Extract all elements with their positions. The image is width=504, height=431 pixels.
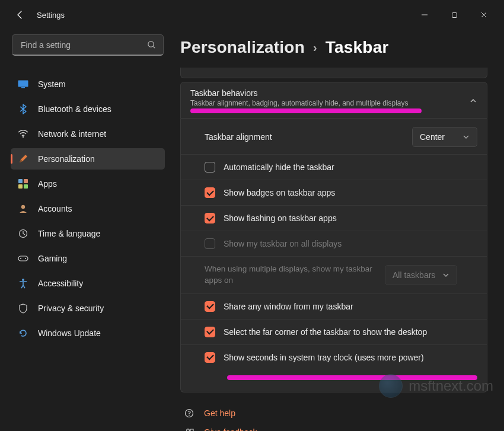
wifi-icon [18,129,28,139]
sidebar-item-label: Apps [38,179,57,189]
highlight-underline [227,375,477,380]
sidebar-item-bluetooth[interactable]: Bluetooth & devices [11,98,165,120]
row-label: Select the far corner of the taskbar to … [224,327,427,337]
row-share-window[interactable]: Share any window from my taskbar [181,293,487,319]
footer-links: Get help Give feedback [180,408,487,431]
sidebar-item-accessibility[interactable]: Accessibility [11,273,165,294]
sidebar-item-label: Windows Update [38,328,101,338]
help-icon [184,408,194,419]
close-button[interactable] [476,7,492,23]
chevron-down-icon [442,272,449,279]
svg-point-2 [148,41,154,47]
checkbox-autohide[interactable] [205,162,215,173]
row-far-corner[interactable]: Select the far corner of the taskbar to … [181,319,487,344]
sidebar-item-privacy[interactable]: Privacy & security [11,298,165,319]
app-title: Settings [37,11,65,20]
row-label: Show my taskbar on all displays [224,239,342,248]
sidebar-item-gaming[interactable]: Gaming [11,248,165,269]
svg-point-18 [189,415,190,416]
link-text: Give feedback [204,427,257,431]
sidebar-item-updates[interactable]: Windows Update [11,323,165,344]
row-taskbar-alignment: Taskbar alignment Center [181,120,487,154]
row-flashing[interactable]: Show flashing on taskbar apps [181,205,487,231]
shield-icon [18,303,28,314]
chevron-up-icon [469,97,477,105]
row-show-seconds[interactable]: Show seconds in system tray clock (uses … [181,344,487,391]
svg-point-14 [20,258,21,259]
sidebar-item-network[interactable]: Network & internet [11,123,165,145]
person-icon [18,203,28,214]
svg-rect-1 [452,12,457,17]
sidebar-item-label: Time & language [38,229,100,238]
row-label: Show flashing on taskbar apps [224,213,337,223]
link-text: Get help [204,408,235,418]
svg-rect-10 [24,184,28,189]
breadcrumb-current: Taskbar [326,38,389,57]
row-autohide[interactable]: Automatically hide the taskbar [181,154,487,180]
display-icon [18,79,28,90]
multidisplay-select: All taskbars [385,265,457,285]
feedback-icon [184,427,194,431]
maximize-button[interactable] [446,7,462,23]
svg-point-11 [21,205,25,209]
sidebar: System Bluetooth & devices Network & int… [0,30,172,431]
scroll-region[interactable]: Taskbar behaviors Taskbar alignment, bad… [180,68,490,431]
svg-point-6 [23,136,24,138]
section-subtitle: Taskbar alignment, badging, automaticall… [190,99,422,107]
section-header-behaviors[interactable]: Taskbar behaviors Taskbar alignment, bad… [180,82,487,119]
checkbox-alldisplays [205,238,215,249]
sidebar-item-label: Accounts [38,204,72,213]
highlight-underline [190,108,422,113]
breadcrumb: Personalization › Taskbar [180,38,490,57]
update-icon [18,328,28,339]
sidebar-item-apps[interactable]: Apps [11,173,165,194]
search-icon [147,40,156,49]
clock-icon [18,228,28,239]
give-feedback-link[interactable]: Give feedback [184,427,487,431]
sidebar-item-label: Accessibility [38,279,83,288]
select-value: All taskbars [393,270,435,280]
svg-point-16 [22,279,24,281]
sidebar-item-personalization[interactable]: Personalization [11,148,165,170]
title-bar: Settings [0,0,504,30]
checkbox-far-corner[interactable] [205,327,215,337]
svg-rect-4 [18,81,28,87]
row-label: Automatically hide the taskbar [224,162,334,172]
svg-rect-13 [18,256,28,261]
breadcrumb-parent[interactable]: Personalization [180,38,305,57]
search-box[interactable] [12,34,164,56]
svg-line-3 [153,46,155,48]
row-label: Show seconds in system tray clock (uses … [224,353,424,362]
chevron-down-icon [462,133,470,141]
sidebar-item-label: System [38,79,66,89]
sidebar-item-label: Privacy & security [38,304,104,313]
sidebar-item-label: Personalization [38,154,95,164]
minimize-button[interactable] [416,7,433,23]
alignment-select[interactable]: Center [412,127,477,147]
row-badges[interactable]: Show badges on taskbar apps [181,180,487,205]
sidebar-item-accounts[interactable]: Accounts [11,198,165,219]
sidebar-item-label: Network & internet [38,129,106,139]
svg-point-19 [187,429,190,431]
sidebar-item-label: Gaming [38,254,67,263]
checkbox-share-window[interactable] [205,301,215,312]
checkbox-badges[interactable] [205,187,215,198]
svg-rect-7 [18,179,23,183]
section-title: Taskbar behaviors [190,88,422,98]
checkbox-flashing[interactable] [205,213,215,224]
svg-rect-8 [24,179,28,183]
back-button[interactable] [14,9,26,21]
sidebar-item-label: Bluetooth & devices [38,104,111,114]
checkbox-show-seconds[interactable] [205,352,215,363]
search-input[interactable] [20,40,147,50]
get-help-link[interactable]: Get help [184,408,487,419]
svg-rect-9 [18,184,23,189]
sidebar-item-system[interactable]: System [11,74,165,95]
row-alldisplays: Show my taskbar on all displays [181,231,487,256]
accessibility-icon [18,278,28,289]
sidebar-item-time[interactable]: Time & language [11,223,165,244]
gamepad-icon [18,253,28,264]
paintbrush-icon [18,154,28,164]
bluetooth-icon [18,104,28,114]
row-label: Share any window from my taskbar [224,302,353,311]
